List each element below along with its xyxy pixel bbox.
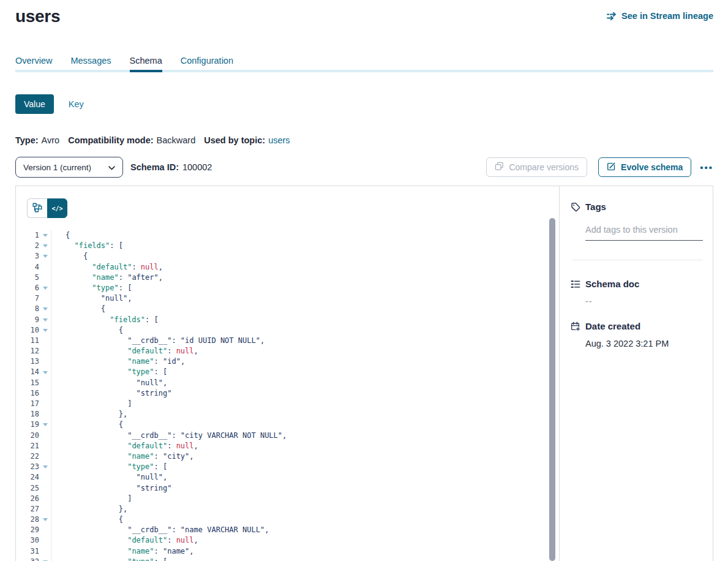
tab-configuration[interactable]: Configuration xyxy=(181,56,233,70)
fold-toggle-icon[interactable] xyxy=(43,371,48,374)
type-label: Type: xyxy=(15,135,39,145)
compare-versions-label: Compare versions xyxy=(509,162,579,172)
date-created-value: Aug. 3 2022 3:21 PM xyxy=(585,339,703,348)
line-number: 31 xyxy=(16,546,39,557)
compatibility-value: Backward xyxy=(157,135,196,145)
line-number: 7 xyxy=(16,293,39,304)
code-line: "type": [ xyxy=(66,557,559,561)
code-line: "type": [ xyxy=(66,283,559,293)
schema-id: Schema ID: 100002 xyxy=(130,162,212,172)
value-toggle-button[interactable]: Value xyxy=(15,94,54,114)
code-line: { xyxy=(66,325,559,336)
fold-toggle-icon[interactable] xyxy=(43,518,48,521)
fold-toggle-icon[interactable] xyxy=(43,255,48,258)
code-view-button[interactable]: </> xyxy=(47,198,67,218)
line-number: 11 xyxy=(16,336,39,346)
used-by-topic-label: Used by topic: xyxy=(204,135,265,145)
evolve-schema-label: Evolve schema xyxy=(621,162,683,172)
code-line: "type": [ xyxy=(66,367,559,377)
code-line: "default": null, xyxy=(66,535,559,546)
code-line: "null", xyxy=(66,378,559,388)
code-line: "null", xyxy=(66,472,559,483)
tags-input[interactable]: Add tags to this version xyxy=(585,225,703,241)
calendar-plus-icon xyxy=(571,322,580,331)
code-line: "null", xyxy=(66,293,559,304)
line-number: 28 xyxy=(16,514,39,525)
code-line: "__crdb__": "id UUID NOT NULL", xyxy=(66,336,559,346)
editor-view-toggle: </> xyxy=(27,198,67,218)
line-number: 4 xyxy=(16,262,39,273)
key-toggle-button[interactable]: Key xyxy=(69,99,84,109)
stream-lineage-label: See in Stream lineage xyxy=(621,11,713,21)
fold-toggle-icon[interactable] xyxy=(43,234,48,237)
line-number: 12 xyxy=(16,346,39,356)
line-number: 18 xyxy=(16,409,39,420)
fold-toggle-icon[interactable] xyxy=(43,318,48,322)
schema-code-panel: </> 123456789101112131415161718192021222… xyxy=(16,186,560,561)
line-number: 10 xyxy=(16,325,39,336)
tab-schema[interactable]: Schema xyxy=(130,56,162,72)
type-value: Avro xyxy=(42,135,60,145)
tab-messages[interactable]: Messages xyxy=(70,56,111,70)
code-line: "name": "id", xyxy=(66,356,559,367)
line-number: 13 xyxy=(16,356,39,367)
tree-view-button[interactable] xyxy=(27,198,47,218)
evolve-schema-button[interactable]: Evolve schema xyxy=(598,157,691,177)
code-line: { xyxy=(66,251,559,262)
schema-code-editor[interactable]: 1234567891011121314151617181920212223242… xyxy=(16,230,559,561)
tree-view-icon xyxy=(32,203,42,214)
stream-lineage-icon xyxy=(606,12,617,21)
schema-card: </> 123456789101112131415161718192021222… xyxy=(15,186,713,561)
code-line: "name": "name", xyxy=(66,546,559,557)
version-select-value: Version 1 (current) xyxy=(23,163,91,172)
line-number: 5 xyxy=(16,273,39,283)
line-number: 19 xyxy=(16,420,39,430)
tags-heading: Tags xyxy=(571,201,703,212)
line-number: 2 xyxy=(16,241,39,251)
stream-lineage-link[interactable]: See in Stream lineage xyxy=(606,11,713,21)
line-number: 1 xyxy=(16,230,39,241)
code-view-icon: </> xyxy=(51,205,62,212)
fold-toggle-icon[interactable] xyxy=(43,244,48,247)
line-number: 27 xyxy=(16,504,39,514)
code-line: ] xyxy=(66,399,559,409)
line-number: 23 xyxy=(16,462,39,472)
fold-toggle-icon[interactable] xyxy=(43,307,48,311)
schema-id-value: 100002 xyxy=(182,162,212,172)
code-line: { xyxy=(66,420,559,430)
editor-code: { "fields": [ { "default": null, "name":… xyxy=(51,230,559,561)
editor-scrollbar[interactable] xyxy=(549,218,555,561)
tags-title: Tags xyxy=(585,201,606,212)
line-number: 3 xyxy=(16,251,39,262)
tab-overview[interactable]: Overview xyxy=(15,56,52,70)
fold-toggle-icon[interactable] xyxy=(43,329,48,332)
line-number: 8 xyxy=(16,304,39,314)
code-line: ] xyxy=(66,494,559,504)
version-toolbar: Version 1 (current) Schema ID: 100002 Co… xyxy=(15,157,713,178)
code-line: }, xyxy=(66,409,559,420)
code-line: "default": null, xyxy=(66,441,559,451)
fold-toggle-icon[interactable] xyxy=(43,287,48,290)
more-options-button[interactable]: ••• xyxy=(700,162,713,173)
code-line: "__crdb__": "city VARCHAR NOT NULL", xyxy=(66,431,559,441)
version-select[interactable]: Version 1 (current) xyxy=(15,157,123,178)
line-number: 16 xyxy=(16,388,39,399)
code-line: "name": "city", xyxy=(66,451,559,462)
code-line: { xyxy=(66,230,559,241)
line-number: 20 xyxy=(16,431,39,441)
schema-doc-title: Schema doc xyxy=(585,279,639,289)
line-number: 30 xyxy=(16,535,39,546)
fold-toggle-icon[interactable] xyxy=(43,465,48,469)
schema-doc-value: -- xyxy=(585,296,703,306)
code-line: { xyxy=(66,514,559,525)
compare-versions-button[interactable]: Compare versions xyxy=(486,157,587,177)
compatibility-label: Compatibility mode: xyxy=(68,135,153,145)
list-icon xyxy=(571,279,580,289)
code-line: "name": "after", xyxy=(66,273,559,283)
compare-versions-icon xyxy=(495,162,504,173)
fold-toggle-icon[interactable] xyxy=(43,423,48,426)
line-number: 14 xyxy=(16,367,39,377)
topic-link[interactable]: users xyxy=(268,135,290,145)
code-line: "__crdb__": "name VARCHAR NULL", xyxy=(66,525,559,535)
schema-sidebar: Tags Add tags to this version xyxy=(560,186,713,561)
